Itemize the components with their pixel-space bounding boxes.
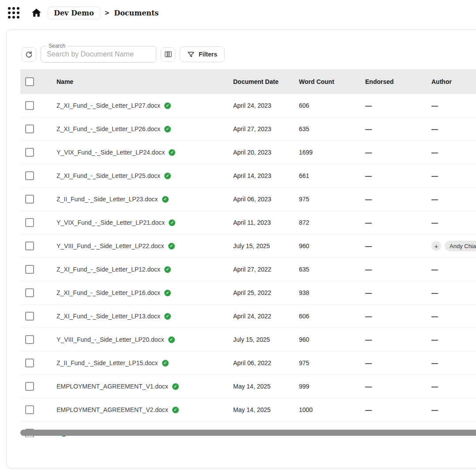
- verified-check-icon: ✓: [172, 407, 179, 413]
- row-checkbox[interactable]: [25, 195, 34, 204]
- document-date: April 20, 2023: [233, 149, 299, 156]
- table-row[interactable]: Y_VIII_Fund_-_Side_Letter_LP22.docx ✓ Ju…: [20, 234, 476, 257]
- empty-value-dash: —: [431, 149, 438, 156]
- row-checkbox[interactable]: [25, 382, 34, 391]
- column-header-document-date[interactable]: Document Date: [233, 78, 299, 85]
- column-header-word-count[interactable]: Word Count: [299, 78, 365, 85]
- empty-value-dash: —: [431, 219, 438, 227]
- row-checkbox[interactable]: [25, 405, 34, 414]
- view-columns-icon: [164, 50, 173, 59]
- author-cell: —: [431, 336, 476, 344]
- breadcrumb-app-chip[interactable]: Dev Demo: [48, 7, 100, 19]
- table-row[interactable]: Y_VIII_Fund_-_Side_Letter_LP20.docx ✓ Ju…: [20, 328, 476, 351]
- empty-value-dash: —: [365, 289, 371, 297]
- filters-button-label: Filters: [199, 51, 217, 58]
- row-checkbox[interactable]: [25, 148, 34, 157]
- row-checkbox[interactable]: [25, 265, 34, 274]
- verified-check-icon: ✓: [164, 102, 171, 109]
- table-row[interactable]: Z_XI_Fund_-_Side_Letter_LP13.docx ✓ Apri…: [20, 304, 476, 328]
- select-all-checkbox[interactable]: [25, 77, 34, 86]
- endorsed-cell: —: [365, 102, 431, 110]
- empty-value-dash: —: [365, 336, 371, 344]
- row-checkbox[interactable]: [25, 218, 34, 227]
- document-name: EMPLOYMENT_AGREEMENT_V2.docx: [57, 406, 168, 413]
- table-row[interactable]: EMPLOYMENT_AGREEMENT_V1.docx ✓ May 14, 2…: [20, 374, 476, 398]
- empty-value-dash: —: [365, 149, 371, 156]
- empty-value-dash: —: [431, 383, 438, 390]
- endorsed-cell: —: [365, 383, 431, 390]
- horizontal-scrollbar-thumb[interactable]: [20, 430, 476, 436]
- author-cell: —: [431, 102, 476, 110]
- column-header-author[interactable]: Author: [431, 78, 476, 85]
- verified-check-icon: ✓: [172, 383, 179, 390]
- document-name: EMPLOYMENT_AGREEMENT_V1.docx: [57, 383, 168, 390]
- header-checkbox-cell: [20, 77, 57, 86]
- document-date: April 27, 2022: [233, 266, 299, 273]
- columns-button[interactable]: [161, 47, 175, 62]
- verified-check-icon: ✓: [164, 290, 171, 296]
- home-icon[interactable]: [31, 8, 42, 19]
- table-row[interactable]: Z_XI_Fund_-_Side_Letter_LP27.docx ✓ Apri…: [20, 94, 476, 117]
- column-header-name[interactable]: Name: [57, 78, 233, 85]
- empty-value-dash: —: [431, 289, 438, 297]
- verified-check-icon: ✓: [168, 336, 175, 343]
- word-count: 1000: [299, 406, 365, 413]
- add-author-button[interactable]: +: [431, 241, 441, 251]
- endorsed-cell: —: [365, 406, 431, 414]
- table-row[interactable]: Z_XI_Fund_-_Side_Letter_LP16.docx ✓ Apri…: [20, 281, 476, 304]
- row-checkbox[interactable]: [25, 101, 34, 110]
- word-count: 606: [299, 102, 365, 109]
- row-checkbox[interactable]: [25, 125, 34, 133]
- row-checkbox[interactable]: [25, 335, 34, 344]
- author-cell: +Andy Chian: [431, 241, 476, 251]
- table-body: Z_XI_Fund_-_Side_Letter_LP27.docx ✓ Apri…: [20, 94, 476, 437]
- table-toolbar: Search Filters: [22, 46, 225, 63]
- filter-funnel-icon: [187, 51, 195, 58]
- table-row[interactable]: Z_II_Fund_-_Side_Letter_LP23.docx ✓ Apri…: [20, 187, 476, 211]
- filters-button[interactable]: Filters: [180, 46, 225, 62]
- table-row[interactable]: Z_XI_Fund_-_Side_Letter_LP26.docx ✓ Apri…: [20, 117, 476, 140]
- author-chip[interactable]: Andy Chian: [445, 241, 476, 251]
- row-checkbox[interactable]: [25, 359, 34, 367]
- document-name: Y_VIII_Fund_-_Side_Letter_LP22.docx: [57, 242, 164, 249]
- endorsed-cell: —: [365, 149, 431, 156]
- document-date: July 15, 2025: [233, 242, 299, 249]
- table-row[interactable]: Z_XI_Fund_-_Side_Letter_LP12.docx ✓ Apri…: [20, 257, 476, 281]
- row-checkbox[interactable]: [25, 288, 34, 297]
- endorsed-cell: —: [365, 125, 431, 133]
- empty-value-dash: —: [431, 406, 438, 414]
- table-row[interactable]: Y_VIX_Fund_-_Side_Letter_LP24.docx ✓ Apr…: [20, 140, 476, 164]
- table-row[interactable]: Z_II_Fund_-_Side_Letter_LP15.docx ✓ Apri…: [20, 351, 476, 374]
- table-row[interactable]: EMPLOYMENT_AGREEMENT_V2.docx ✓ May 14, 2…: [20, 398, 476, 421]
- author-cell: —: [431, 266, 476, 273]
- empty-value-dash: —: [431, 125, 438, 133]
- table-row[interactable]: Y_VIX_Fund_-_Side_Letter_LP21.docx ✓ Apr…: [20, 211, 476, 234]
- word-count: 635: [299, 125, 365, 132]
- column-header-endorsed[interactable]: Endorsed: [365, 78, 431, 85]
- refresh-button[interactable]: [22, 47, 36, 62]
- documents-table: NameDocument DateWord CountEndorsedAutho…: [20, 69, 476, 437]
- row-checkbox[interactable]: [25, 242, 34, 250]
- author-cell: —: [431, 172, 476, 180]
- row-checkbox[interactable]: [25, 171, 34, 180]
- table-row[interactable]: Z_XI_Fund_-_Side_Letter_LP25.docx ✓ Apri…: [20, 164, 476, 187]
- document-date: April 24, 2023: [233, 102, 299, 109]
- empty-value-dash: —: [365, 196, 371, 203]
- search-field-label: Search: [46, 43, 68, 49]
- apps-grid-icon[interactable]: [8, 7, 19, 19]
- verified-check-icon: ✓: [164, 313, 171, 320]
- empty-value-dash: —: [431, 266, 438, 273]
- verified-check-icon: ✓: [164, 266, 171, 273]
- document-name: Y_VIX_Fund_-_Side_Letter_LP21.docx: [57, 219, 165, 226]
- document-date: April 11, 2023: [233, 219, 299, 226]
- document-date: April 06, 2022: [233, 359, 299, 366]
- documents-table-viewport: NameDocument DateWord CountEndorsedAutho…: [20, 69, 476, 437]
- author-cell: —: [431, 359, 476, 367]
- row-checkbox[interactable]: [25, 312, 34, 321]
- endorsed-cell: —: [365, 172, 431, 180]
- endorsed-cell: —: [365, 359, 431, 367]
- empty-value-dash: —: [365, 102, 371, 110]
- verified-check-icon: ✓: [164, 126, 171, 132]
- document-name: Z_XI_Fund_-_Side_Letter_LP27.docx: [57, 102, 160, 109]
- empty-value-dash: —: [431, 313, 438, 320]
